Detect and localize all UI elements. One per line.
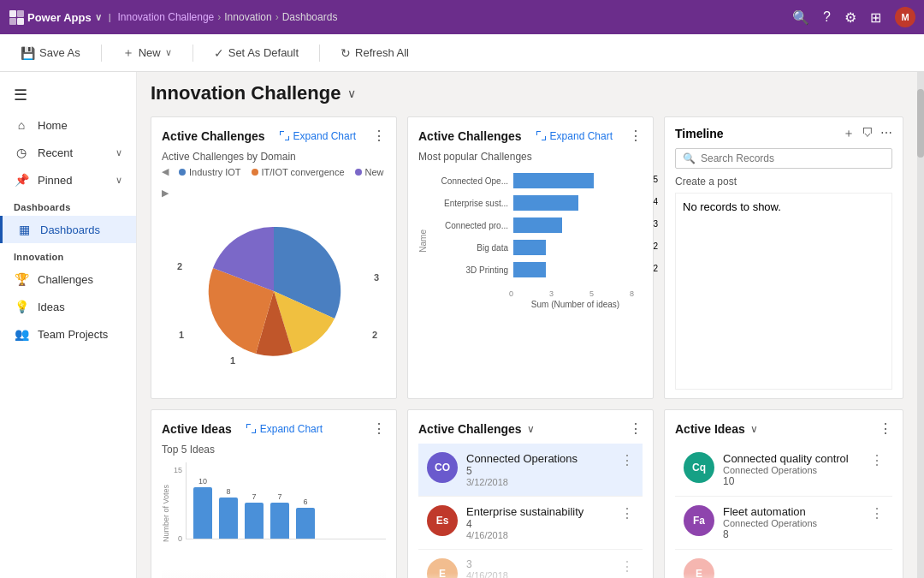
bar-row-2: Enterprise sust... 4 — [431, 195, 643, 211]
main-scrollbar[interactable] — [917, 72, 924, 578]
ideas-list-chevron[interactable]: ∨ — [750, 423, 758, 435]
pinned-arrow[interactable]: ∨ — [116, 175, 122, 186]
vbar-col-4: 7 — [270, 492, 289, 539]
bar-label-5: 3D Printing — [431, 265, 508, 275]
timeline-scroll-area[interactable]: No records to show. — [675, 193, 892, 390]
bar-label-4: Big data — [431, 243, 508, 253]
sidebar-item-recent[interactable]: ◷ Recent ∨ — [0, 139, 136, 166]
vbar-val-2: 8 — [227, 487, 231, 496]
sidebar: ☰ ⌂ Home ◷ Recent ∨ 📌 Pinned ∨ Dashboard… — [0, 72, 137, 578]
idea-menu-1[interactable]: ⋮ — [870, 452, 884, 468]
page-title-chevron[interactable]: ∨ — [347, 86, 356, 100]
timeline-search-input[interactable] — [701, 152, 885, 164]
challenge-menu-1[interactable]: ⋮ — [620, 452, 634, 468]
idea-count-2: 8 — [723, 528, 862, 540]
scrollbar-thumb[interactable] — [917, 89, 924, 158]
settings-icon[interactable]: ⚙ — [844, 9, 856, 26]
idea-item-1[interactable]: Cq Connected quality control Connected O… — [675, 444, 892, 497]
challenge-info-1: Connected Operations 5 3/12/2018 — [466, 452, 612, 487]
timeline-add-icon[interactable]: ＋ — [843, 126, 855, 141]
sidebar-item-dashboards[interactable]: ▦ Dashboards — [0, 216, 136, 243]
set-default-button[interactable]: ✓ Set As Default — [207, 43, 305, 63]
idea-menu-2[interactable]: ⋮ — [870, 505, 884, 521]
challenge-item-2[interactable]: Es Enterprise sustainability 4 4/16/2018… — [418, 497, 643, 550]
new-chevron[interactable]: ∨ — [165, 47, 172, 58]
idea-item-3[interactable]: E — [675, 550, 892, 578]
pie-chart-container: 2 3 1 1 2 — [162, 206, 386, 377]
pie-card-menu[interactable]: ⋮ — [372, 128, 386, 144]
help-icon[interactable]: ? — [823, 9, 831, 25]
sidebar-item-ideas[interactable]: 💡 Ideas — [0, 293, 136, 320]
svg-rect-1 — [17, 10, 24, 17]
pie-subtitle: Active Challenges by Domain — [162, 151, 386, 163]
toolbar-divider-1 — [101, 45, 102, 62]
timeline-more-icon[interactable]: ⋯ — [880, 126, 892, 141]
bar-chart-inner: Connected Ope... 5 Enterprise sust... 4 — [431, 173, 643, 309]
legend-label-convergence: IT/IOT convergence — [262, 167, 345, 177]
legend-right-arrow[interactable]: ▶ — [162, 188, 169, 199]
pie-label-3: 1 — [179, 330, 184, 340]
svg-rect-3 — [17, 18, 24, 25]
sidebar-item-home[interactable]: ⌂ Home — [0, 111, 136, 139]
idea-parent-2: Connected Operations — [723, 518, 862, 528]
challenges-list-menu[interactable]: ⋮ — [629, 420, 643, 437]
timeline-search-box[interactable]: 🔍 — [675, 148, 892, 169]
ideas-list-title-group: Active Ideas ∨ — [675, 422, 758, 436]
challenge-item-3[interactable]: E 3 4/16/2018 ⋮ — [418, 550, 643, 578]
idea-avatar-2: Fa — [684, 505, 714, 536]
bar-expand-button[interactable]: Expand Chart — [536, 130, 613, 142]
pie-label-2: 3 — [374, 272, 379, 283]
ideas-chart-menu[interactable]: ⋮ — [372, 420, 386, 437]
search-icon[interactable]: 🔍 — [792, 9, 809, 26]
challenge-menu-2[interactable]: ⋮ — [620, 505, 634, 521]
ideas-list-menu[interactable]: ⋮ — [879, 420, 892, 437]
challenge-item-1[interactable]: CO Connected Operations 5 3/12/2018 ⋮ — [418, 444, 643, 497]
sidebar-item-team-projects[interactable]: 👥 Team Projects — [0, 320, 136, 348]
breadcrumb-sep2: › — [275, 11, 279, 23]
create-post-link[interactable]: Create a post — [675, 176, 892, 188]
legend-item-new: New — [355, 167, 384, 177]
vbar-bar-3 — [245, 503, 264, 539]
recent-arrow[interactable]: ∨ — [116, 147, 122, 158]
app-body: ☰ ⌂ Home ◷ Recent ∨ 📌 Pinned ∨ Dashboard… — [0, 72, 924, 578]
save-as-button[interactable]: 💾 Save As — [14, 43, 87, 63]
active-challenges-pie-card: Active Challenges Expand Chart ⋮ Active … — [151, 116, 397, 399]
challenge-avatar-3: E — [427, 558, 458, 578]
challenges-list-scroll[interactable]: CO Connected Operations 5 3/12/2018 ⋮ Es… — [418, 444, 643, 578]
refresh-button[interactable]: ↻ Refresh All — [334, 43, 416, 63]
bar-fill-3 — [513, 217, 562, 233]
save-as-label: Save As — [39, 46, 80, 59]
breadcrumb-1[interactable]: Innovation Challenge — [118, 11, 215, 23]
check-icon: ✓ — [214, 46, 224, 60]
no-records-text: No records to show. — [683, 200, 781, 213]
ideas-expand-button[interactable]: Expand Chart — [246, 423, 323, 435]
challenge-menu-3[interactable]: ⋮ — [620, 558, 634, 575]
hamburger-menu[interactable]: ☰ — [0, 79, 136, 111]
vbar-y-15: 15 — [174, 466, 182, 474]
challenges-list-chevron[interactable]: ∨ — [527, 423, 535, 435]
bar-card-title: Active Challenges — [418, 129, 522, 143]
app-chevron[interactable]: ∨ — [95, 12, 102, 23]
challenges-label: Challenges — [38, 273, 93, 286]
user-avatar[interactable]: M — [895, 7, 915, 27]
bar-track-5: 2 — [513, 262, 643, 277]
breadcrumb-3[interactable]: Dashboards — [282, 11, 338, 23]
pie-expand-button[interactable]: Expand Chart — [279, 130, 356, 142]
active-ideas-chart-card: Active Ideas Expand Chart ⋮ Top 5 Ideas … — [151, 409, 397, 578]
breadcrumb-2[interactable]: Innovation — [224, 11, 271, 23]
sidebar-item-pinned[interactable]: 📌 Pinned ∨ — [0, 166, 136, 194]
vbar-val-3: 7 — [252, 492, 257, 501]
new-button[interactable]: ＋ New ∨ — [116, 42, 179, 64]
app-logo[interactable]: Power Apps ∨ — [9, 9, 102, 25]
pie-label-4: 1 — [230, 355, 235, 366]
legend-left-arrow[interactable]: ◀ — [162, 166, 169, 177]
home-label: Home — [38, 119, 68, 132]
bar-card-menu[interactable]: ⋮ — [629, 128, 643, 144]
legend-dot-iot — [179, 169, 186, 176]
sidebar-item-challenges[interactable]: 🏆 Challenges — [0, 265, 136, 293]
apps-icon[interactable]: ⊞ — [870, 9, 881, 26]
ideas-list-scroll[interactable]: Cq Connected quality control Connected O… — [675, 444, 892, 578]
timeline-header: Timeline ＋ ⛉ ⋯ — [675, 126, 892, 141]
idea-item-2[interactable]: Fa Fleet automation Connected Operations… — [675, 497, 892, 550]
timeline-filter-icon[interactable]: ⛉ — [862, 126, 874, 141]
